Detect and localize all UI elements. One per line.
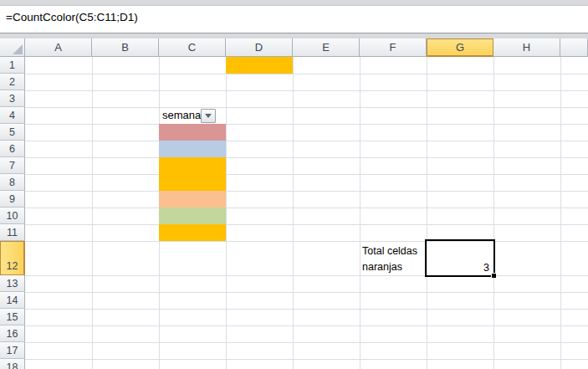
gridline [25,309,588,310]
cell-F12[interactable]: Total celdas naranjas [360,241,425,275]
gridline [25,141,588,141]
row-header-18[interactable]: 18 [0,359,25,369]
selection-border [425,239,495,277]
row-header-2[interactable]: 2 [0,74,25,90]
gridline [226,57,227,369]
column-header-F[interactable]: F [360,38,427,57]
cell-C11[interactable] [159,224,226,241]
column-header-A[interactable]: A [25,38,92,57]
row-header-13[interactable]: 13 [0,275,25,292]
gridline [25,325,588,326]
gridline [25,241,588,242]
column-header-B[interactable]: B [92,38,159,57]
cell-C5[interactable] [159,124,226,141]
gridline [25,224,588,225]
gridline [360,57,360,369]
column-header-G[interactable]: G [427,38,493,57]
fill-handle[interactable] [491,273,496,278]
cell-C10[interactable] [159,208,226,224]
cell-D1[interactable] [226,57,293,74]
row-header-15[interactable]: 15 [0,309,25,325]
column-header-E[interactable]: E [293,38,360,57]
column-header-partial[interactable] [560,38,588,57]
gridline [25,292,588,293]
cell-C7[interactable] [159,157,226,174]
gridline [25,107,588,108]
gridline [25,342,588,343]
row-header-9[interactable]: 9 [0,191,25,208]
formula-bar[interactable]: =CountCcolor(C5:C11;D1) [0,5,588,33]
gridline [25,74,588,74]
autofilter-button[interactable] [201,109,216,123]
row-header-17[interactable]: 17 [0,342,25,359]
row-header-12[interactable]: 12 [0,241,25,275]
cell-C4[interactable]: semana [159,107,226,124]
row-header-16[interactable]: 16 [0,325,25,342]
gridline [293,57,294,369]
row-header-8[interactable]: 8 [0,174,25,191]
cell-C6[interactable] [159,141,226,157]
gridline [25,191,588,192]
formula-text[interactable]: =CountCcolor(C5:C11;D1) [6,11,138,23]
row-header-3[interactable]: 3 [0,90,25,107]
chevron-down-icon [205,114,212,118]
gridline [25,208,588,208]
gridline [25,275,588,276]
gridline [92,57,93,369]
row-header-10[interactable]: 10 [0,208,25,224]
gridline [25,90,588,91]
select-all-triangle-icon [13,44,23,54]
column-header-D[interactable]: D [226,38,293,57]
cell-C8[interactable] [159,174,226,191]
gridline [427,57,427,369]
row-header-14[interactable]: 14 [0,292,25,309]
gridline [25,359,588,360]
gridline [560,57,561,369]
cell-C9[interactable] [159,191,226,208]
gridline [25,124,588,125]
spreadsheet-grid: ABCDEFGH123456789101112131415161718seman… [0,38,588,369]
gridline [493,57,494,369]
gridline [25,157,588,158]
row-header-7[interactable]: 7 [0,157,25,174]
row-header-1[interactable]: 1 [0,57,25,74]
row-header-4[interactable]: 4 [0,107,25,124]
select-all-corner[interactable] [0,38,25,57]
row-header-5[interactable]: 5 [0,124,25,141]
row-header-11[interactable]: 11 [0,224,25,241]
row-header-6[interactable]: 6 [0,141,25,157]
column-header-C[interactable]: C [159,38,226,57]
column-header-H[interactable]: H [493,38,560,57]
gridline [25,174,588,175]
